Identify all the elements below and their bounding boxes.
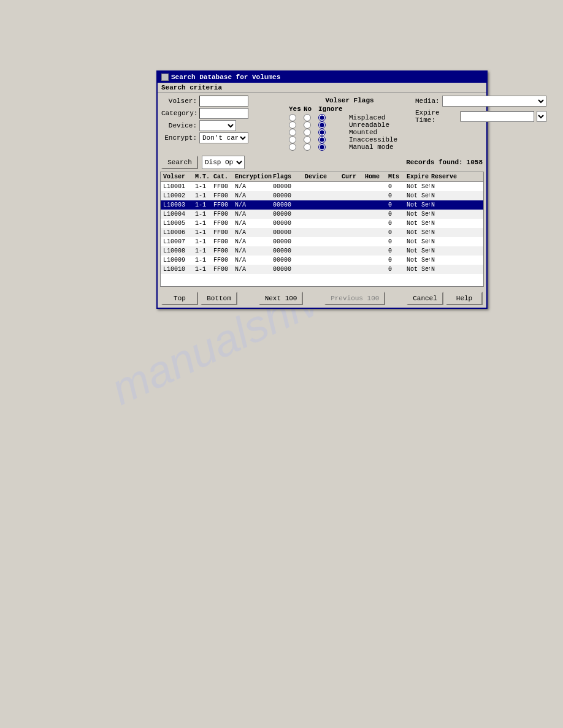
td-cell-3: N/A — [234, 247, 272, 255]
td-cell-3: N/A — [234, 256, 272, 264]
manualmode-yes-radio[interactable] — [289, 143, 296, 151]
td-cell-4: 00000 — [272, 210, 304, 218]
table-row[interactable]: L100051-1FF00N/A000000Not SetN — [161, 219, 483, 228]
td-cell-10: N — [430, 192, 454, 200]
device-row: Device: — [161, 120, 284, 131]
bottom-buttons: Top Bottom Next 100 Previous 100 Cancel … — [158, 289, 486, 308]
td-cell-9: Not Set — [405, 210, 430, 218]
mounted-label: Mounted — [349, 129, 410, 136]
category-label: Category: — [161, 110, 197, 117]
disp-opt-select[interactable]: Disp Opt 1 Disp Opt 2 — [202, 156, 245, 169]
td-cell-6 — [340, 247, 364, 255]
misplaced-ignore-radio[interactable] — [318, 114, 326, 121]
td-cell-10: N — [430, 229, 454, 237]
volser-input[interactable] — [199, 96, 248, 107]
td-cell-1: 1-1 — [194, 183, 212, 191]
media-select[interactable] — [442, 96, 546, 107]
misplaced-yes-radio[interactable] — [289, 114, 296, 121]
td-cell-3: N/A — [234, 238, 272, 246]
unreadable-yes-radio[interactable] — [289, 121, 296, 129]
td-cell-6 — [340, 238, 364, 246]
volser-row: Volser: — [161, 96, 284, 107]
flag-inaccessible: Inaccessible — [289, 136, 410, 143]
manualmode-ignore-radio[interactable] — [318, 143, 326, 151]
table-row[interactable]: L100061-1FF00N/A000000Not SetN — [161, 228, 483, 237]
help-button[interactable]: Help — [446, 292, 483, 305]
td-cell-6 — [340, 229, 364, 237]
previous-100-button[interactable]: Previous 100 — [324, 292, 385, 305]
td-cell-4: 00000 — [272, 201, 304, 209]
unreadable-ignore-radio[interactable] — [318, 121, 326, 129]
device-select[interactable] — [199, 120, 236, 131]
td-cell-2: FF00 — [212, 192, 234, 200]
flag-manual-mode: Manual mode — [289, 143, 410, 151]
td-cell-1: 1-1 — [194, 265, 212, 273]
flags-yes-header: Yes — [289, 105, 304, 113]
td-cell-8: 0 — [387, 192, 405, 200]
th-cat: Cat. — [212, 173, 234, 181]
td-cell-4: 00000 — [272, 265, 304, 273]
category-input[interactable] — [199, 108, 248, 119]
td-cell-10: N — [430, 201, 454, 209]
td-cell-11 — [454, 183, 463, 191]
misplaced-no-radio[interactable] — [304, 114, 311, 121]
td-cell-10: N — [430, 238, 454, 246]
th-volser: Volser — [162, 173, 194, 181]
table-row[interactable]: L100031-1FF00N/A000000Not SetN — [161, 200, 483, 210]
expire-select[interactable]: ▼ — [537, 111, 546, 122]
td-cell-9: Not Set — [405, 256, 430, 264]
unreadable-no-radio[interactable] — [304, 121, 311, 129]
inaccessible-yes-radio[interactable] — [289, 136, 296, 143]
td-cell-7 — [364, 229, 387, 237]
td-cell-0: L10006 — [162, 229, 194, 237]
td-cell-0: L10010 — [162, 265, 194, 273]
inaccessible-label: Inaccessible — [349, 136, 410, 143]
bottom-button[interactable]: Bottom — [201, 292, 237, 305]
td-cell-7 — [364, 247, 387, 255]
inaccessible-ignore-radio[interactable] — [318, 136, 326, 143]
table-row[interactable]: L100021-1FF00N/A000000Not SetN — [161, 191, 483, 200]
flags-section: Volser Flags Yes No Ignore Misplaced Unr… — [289, 96, 410, 151]
next-100-button[interactable]: Next 100 — [259, 292, 304, 305]
inaccessible-no-radio[interactable] — [304, 136, 311, 143]
search-dialog: Search Database for Volumes Search crite… — [156, 70, 488, 309]
cancel-button[interactable]: Cancel — [407, 292, 443, 305]
mounted-no-radio[interactable] — [304, 129, 311, 136]
section-label: Search criteria — [158, 83, 486, 93]
manualmode-no-radio[interactable] — [304, 143, 311, 151]
table-row[interactable]: L100081-1FF00N/A000000Not SetN — [161, 246, 483, 256]
td-cell-9: Not Set — [405, 201, 430, 209]
table-body[interactable]: L100011-1FF00N/A000000Not SetNL100021-1F… — [161, 182, 483, 286]
td-cell-7 — [364, 183, 387, 191]
td-cell-5 — [304, 201, 340, 209]
title-bar: Search Database for Volumes — [158, 72, 486, 83]
top-button[interactable]: Top — [161, 292, 198, 305]
td-cell-4: 00000 — [272, 256, 304, 264]
td-cell-7 — [364, 192, 387, 200]
td-cell-4: 00000 — [272, 229, 304, 237]
td-cell-4: 00000 — [272, 238, 304, 246]
td-cell-5 — [304, 219, 340, 227]
table-row[interactable]: L100101-1FF00N/A000000Not SetN — [161, 265, 483, 274]
table-row[interactable]: L100041-1FF00N/A000000Not SetN — [161, 210, 483, 219]
encrypt-select[interactable]: Don't care Yes No — [199, 132, 248, 143]
expire-input[interactable] — [461, 111, 534, 122]
table-row[interactable]: L100071-1FF00N/A000000Not SetN — [161, 237, 483, 246]
td-cell-6 — [340, 183, 364, 191]
td-cell-11 — [454, 265, 463, 273]
td-cell-6 — [340, 192, 364, 200]
td-cell-2: FF00 — [212, 201, 234, 209]
mounted-yes-radio[interactable] — [289, 129, 296, 136]
td-cell-1: 1-1 — [194, 201, 212, 209]
encrypt-label: Encrypt: — [161, 134, 197, 142]
search-button[interactable]: Search — [161, 156, 198, 169]
td-cell-5 — [304, 256, 340, 264]
mounted-ignore-radio[interactable] — [318, 129, 326, 136]
table-row[interactable]: L100011-1FF00N/A000000Not SetN — [161, 182, 483, 191]
encrypt-row: Encrypt: Don't care Yes No — [161, 132, 284, 143]
td-cell-11 — [454, 210, 463, 218]
th-mt: M.T. — [194, 173, 212, 181]
table-row[interactable]: L100091-1FF00N/A000000Not SetN — [161, 256, 483, 265]
td-cell-7 — [364, 256, 387, 264]
td-cell-10: N — [430, 265, 454, 273]
